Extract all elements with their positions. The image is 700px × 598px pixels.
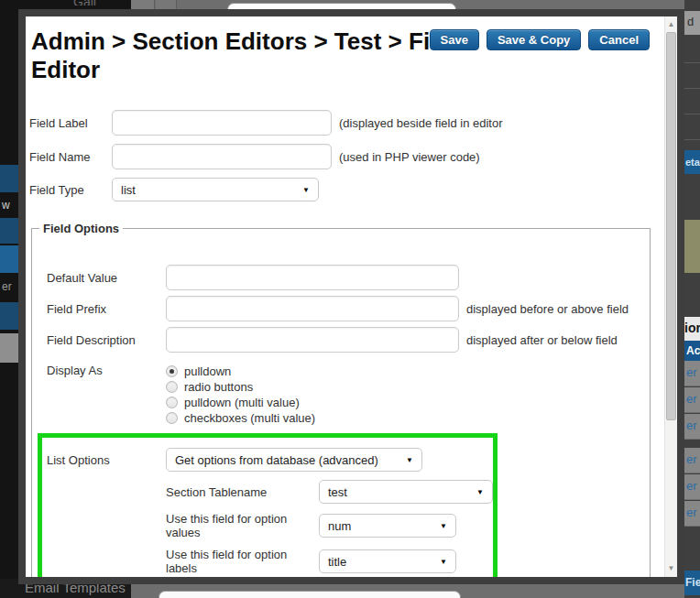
default-value-input[interactable] — [166, 265, 459, 290]
section-tablename-row: Section Tablename test ▼ — [166, 480, 493, 504]
background-column-header-partial: Ac — [684, 341, 700, 361]
chevron-down-icon: ▼ — [440, 522, 447, 530]
field-description-row: Field Description displayed after or bel… — [47, 327, 642, 353]
radio-option-radio-buttons[interactable]: radio buttons — [166, 379, 315, 395]
field-description-hint: displayed after or below field — [466, 333, 618, 347]
background-highlight-row — [684, 220, 700, 273]
field-type-row: Field Type list ▼ — [29, 178, 664, 201]
background-link-row: er — [684, 361, 700, 386]
radio-option-label: pulldown — [184, 364, 231, 378]
field-prefix-label: Field Prefix — [47, 302, 166, 316]
field-prefix-row: Field Prefix displayed before or above f… — [47, 296, 642, 321]
row-separator — [684, 114, 700, 114]
field-type-selected-value: list — [121, 183, 136, 197]
option-values-select[interactable]: num ▼ — [319, 514, 456, 538]
option-labels-select[interactable]: title ▼ — [319, 549, 456, 573]
fields-button-partial: Fie — [684, 571, 700, 595]
chevron-down-icon: ▼ — [302, 186, 310, 194]
sidebar-item-partial-label: er — [0, 280, 12, 293]
sidebar-item-partial-label: w — [0, 199, 10, 212]
background-section-header-partial: ior — [684, 317, 700, 341]
field-editor-modal: Admin > Section Editors > Test > Field E… — [18, 9, 684, 584]
chevron-down-icon: ▼ — [406, 456, 413, 464]
field-name-label: Field Name — [29, 150, 112, 164]
row-separator — [684, 139, 700, 140]
field-type-label: Field Type — [29, 183, 112, 197]
radio-option-pulldown[interactable]: pulldown — [166, 364, 315, 379]
sidebar-partial-item: Gall — [73, 0, 96, 5]
option-labels-row: Use this field for option labels title ▼ — [166, 548, 493, 575]
background-link-row: er — [684, 387, 700, 413]
field-name-hint: (used in PHP viewer code) — [339, 150, 480, 164]
field-label-label: Field Label — [29, 116, 112, 130]
background-link-row: er — [684, 501, 700, 527]
modal-action-buttons: Save Save & Copy Cancel — [430, 29, 651, 50]
save-button[interactable]: Save — [430, 29, 479, 50]
display-as-label: Display As — [47, 364, 166, 377]
list-options-source-select[interactable]: Get options from database (advanced) ▼ — [166, 448, 422, 472]
radio-button-icon[interactable] — [166, 412, 178, 424]
row-separator — [684, 62, 700, 63]
option-labels-label: Use this field for option labels — [166, 548, 319, 575]
default-value-label: Default Value — [47, 271, 166, 285]
field-name-input[interactable] — [112, 144, 332, 169]
radio-option-label: checkboxes (multi value) — [184, 411, 315, 425]
option-values-label: Use this field for option values — [166, 512, 319, 539]
field-options-legend: Field Options — [39, 222, 123, 235]
radio-button-icon[interactable] — [166, 397, 178, 408]
scrollbar-thumb[interactable] — [666, 32, 676, 420]
radio-option-label: pulldown (multi value) — [184, 396, 300, 409]
background-right-edge: d eta ior Ac er er er er er er Fie — [684, 0, 700, 598]
background-link-row: er — [684, 448, 700, 473]
default-value-row: Default Value — [47, 265, 642, 290]
details-button-partial: eta — [684, 150, 700, 174]
radio-option-pulldown-multi[interactable]: pulldown (multi value) — [166, 395, 315, 410]
save-and-copy-button[interactable]: Save & Copy — [487, 29, 581, 50]
modal-content: Admin > Section Editors > Test > Field E… — [26, 16, 664, 577]
modal-title: Admin > Section Editors > Test > Field E… — [31, 27, 469, 84]
field-prefix-input[interactable] — [166, 296, 459, 321]
display-as-radio-group: pulldown radio buttons pulldown (multi v… — [166, 364, 315, 426]
field-label-hint: (displayed beside field in editor — [339, 116, 503, 130]
display-as-row: Display As pulldown radio buttons pulldo… — [47, 364, 642, 426]
field-label-row: Field Label (displayed beside field in e… — [29, 110, 664, 136]
option-labels-value: title — [328, 555, 346, 569]
cancel-button[interactable]: Cancel — [588, 29, 650, 50]
list-options-row: List Options Get options from database (… — [47, 448, 493, 472]
field-prefix-hint: displayed before or above field — [466, 302, 629, 316]
radio-button-icon[interactable] — [166, 365, 178, 377]
option-values-row: Use this field for option values num ▼ — [166, 512, 493, 539]
option-values-value: num — [328, 519, 351, 533]
background-link-row: er — [684, 414, 700, 440]
background-input-top — [159, 591, 461, 598]
scroll-down-icon[interactable]: ▼ — [665, 565, 677, 572]
chevron-down-icon: ▼ — [440, 558, 447, 566]
scroll-up-icon[interactable]: ▲ — [665, 21, 677, 28]
background-partial-text: d — [684, 11, 700, 35]
section-tablename-value: test — [328, 485, 347, 499]
row-separator — [684, 88, 700, 89]
field-label-input[interactable] — [112, 110, 332, 136]
field-options-fieldset: Field Options Default Value Field Prefix… — [31, 222, 651, 577]
radio-option-label: radio buttons — [184, 380, 253, 394]
list-options-source-value: Get options from database (advanced) — [175, 453, 378, 467]
modal-scrollbar[interactable]: ▲ ▼ — [664, 16, 677, 577]
field-description-input[interactable] — [166, 327, 459, 353]
radio-option-checkboxes-multi[interactable]: checkboxes (multi value) — [166, 410, 315, 426]
list-options-label: List Options — [47, 453, 166, 467]
background-link-row: er — [684, 474, 700, 500]
section-tablename-label: Section Tablename — [166, 485, 319, 499]
list-options-highlight-box: List Options Get options from database (… — [38, 433, 498, 577]
field-name-row: Field Name (used in PHP viewer code) — [29, 144, 664, 169]
field-description-label: Field Description — [47, 333, 166, 347]
section-tablename-select[interactable]: test ▼ — [319, 480, 493, 504]
chevron-down-icon: ▼ — [476, 488, 484, 496]
radio-button-icon[interactable] — [166, 381, 178, 393]
field-type-select[interactable]: list ▼ — [112, 178, 319, 201]
